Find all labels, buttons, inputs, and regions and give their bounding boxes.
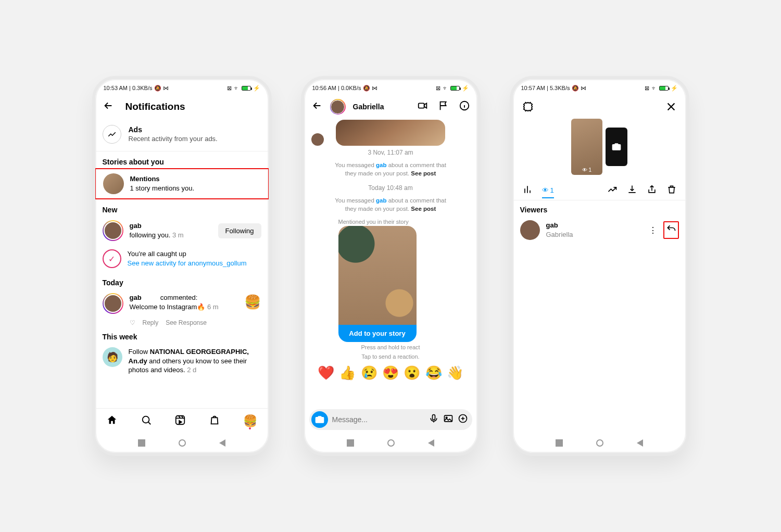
charging-icon: ⚡ xyxy=(253,85,260,92)
status-right: ⊠ ᯤ ⚡ xyxy=(436,85,469,92)
comment-row[interactable]: gab commented: Welcome to Instagram🔥 6 m… xyxy=(95,289,269,318)
avatar[interactable] xyxy=(330,99,346,115)
ads-row[interactable]: Ads Recent activity from your ads. xyxy=(95,120,269,151)
section-stories: Stories about you xyxy=(95,151,269,168)
press-hold-hint: Press and hold to react xyxy=(311,344,470,350)
following-button[interactable]: Following xyxy=(218,223,261,238)
section-today: Today xyxy=(95,272,269,289)
system-nav xyxy=(95,433,269,453)
reaction-emoji[interactable]: 😢 xyxy=(361,365,377,381)
home-icon[interactable] xyxy=(106,414,118,428)
back-button[interactable] xyxy=(637,439,643,447)
suggestion-row[interactable]: 🧑 Follow NATIONAL GEORGEGRAPHIC, An.dy a… xyxy=(95,343,269,379)
chat-header: Gabriella xyxy=(304,94,477,120)
seeresponse-action[interactable]: See Response xyxy=(166,319,207,326)
avatar xyxy=(311,133,324,146)
search-icon[interactable] xyxy=(141,414,152,428)
close-button[interactable] xyxy=(665,101,677,115)
tap-send-hint: Tap to send a reaction. xyxy=(311,353,470,360)
avatar: 🧑 xyxy=(103,347,122,367)
delete-icon[interactable] xyxy=(666,184,677,197)
comment-action: commented: xyxy=(160,294,198,301)
mentions-row[interactable]: Mentions 1 story mentions you. xyxy=(95,168,269,199)
svg-rect-4 xyxy=(432,415,435,420)
viewers-tab[interactable]: 👁 1 xyxy=(542,186,554,198)
story-thumb xyxy=(103,173,124,194)
home-button[interactable] xyxy=(387,439,395,447)
shop-icon[interactable] xyxy=(209,414,220,428)
reaction-emoji[interactable]: 😮 xyxy=(404,365,420,381)
info-icon[interactable] xyxy=(459,100,470,113)
avatar[interactable] xyxy=(103,293,123,314)
charging-icon: ⚡ xyxy=(671,85,678,92)
status-bar: 10:56 AM | 0.0KB/s 🔕 ⋈ ⊠ ᯤ ⚡ xyxy=(304,79,477,94)
download-icon[interactable] xyxy=(627,184,637,197)
home-button[interactable] xyxy=(596,439,603,447)
status-right: ⊠ ᯤ ⚡ xyxy=(645,85,678,92)
add-icon[interactable] xyxy=(458,413,468,426)
image-message[interactable] xyxy=(336,120,445,146)
app-header: Notifications xyxy=(95,94,269,120)
back-button[interactable] xyxy=(428,439,434,447)
status-right: ⊠ ᯤ ⚡ xyxy=(227,85,260,92)
viewer-username: gab xyxy=(546,221,558,229)
settings-icon[interactable] xyxy=(522,101,534,115)
stop-icon: ⊠ xyxy=(227,85,232,92)
camera-button[interactable] xyxy=(311,411,328,428)
add-to-story-button[interactable]: Add to your story xyxy=(338,325,417,342)
timestamp: Today 10:48 am xyxy=(311,184,470,192)
reaction-emoji[interactable]: 👋 xyxy=(447,365,463,381)
recents-button[interactable] xyxy=(347,439,354,447)
reels-icon[interactable] xyxy=(174,414,186,428)
tab-bar: 🍔 xyxy=(95,408,269,433)
back-button[interactable] xyxy=(311,100,323,113)
caughtup-text: You're all caught up xyxy=(128,250,186,258)
story-thumb-camera[interactable] xyxy=(606,128,627,166)
mic-icon[interactable] xyxy=(429,413,439,426)
ads-title: Ads xyxy=(129,125,218,134)
follow-row[interactable]: gab following you. 3 m Following xyxy=(95,216,269,245)
caughtup-row[interactable]: ✓ You're all caught up See new activity … xyxy=(95,245,269,272)
story-mention[interactable]: Add to your story xyxy=(338,226,417,342)
status-left: 10:57 AM | 5.3KB/s 🔕 ⋈ xyxy=(521,85,586,92)
recents-button[interactable] xyxy=(556,439,563,447)
story-thumb-selected[interactable] xyxy=(571,119,602,175)
story-thumbs xyxy=(513,118,686,180)
message-input[interactable] xyxy=(332,415,424,424)
reaction-emoji[interactable]: ❤️ xyxy=(318,365,334,381)
week-time: 2 d xyxy=(187,366,196,374)
heart-icon[interactable]: ♡ xyxy=(130,319,135,326)
more-icon[interactable]: ⋮ xyxy=(649,225,657,235)
profile-icon[interactable]: 🍔 xyxy=(243,414,257,428)
comment-user: gab xyxy=(130,294,142,301)
reply-action[interactable]: Reply xyxy=(143,319,159,326)
avatar[interactable] xyxy=(520,220,540,240)
follow-text: following you. xyxy=(130,231,171,239)
back-button[interactable] xyxy=(219,439,225,447)
flag-icon[interactable] xyxy=(438,100,449,113)
caughtup-link[interactable]: See new activity for anonymous_gollum xyxy=(128,259,247,267)
reshare-button[interactable] xyxy=(663,221,679,239)
mention-caption: Mentioned you in their story xyxy=(338,219,470,225)
viewer-row[interactable]: gab Gabriella ⋮ xyxy=(513,216,686,244)
chat-name[interactable]: Gabriella xyxy=(353,103,384,111)
phone-notifications: 10:53 AM | 0.3KB/s 🔕 ⋈ ⊠ ᯤ ⚡ Notificatio… xyxy=(92,76,272,456)
reaction-emoji[interactable]: 👍 xyxy=(339,365,356,381)
promote-icon[interactable] xyxy=(607,184,618,197)
thread: 3 Nov, 11:07 am You messaged gab about a… xyxy=(304,120,477,407)
back-button[interactable] xyxy=(103,100,114,113)
recents-button[interactable] xyxy=(138,439,145,447)
reaction-emoji[interactable]: 😂 xyxy=(425,365,442,381)
insights-tab[interactable] xyxy=(522,184,533,197)
videocall-icon[interactable] xyxy=(417,100,429,113)
gallery-icon[interactable] xyxy=(443,413,454,426)
reaction-emoji[interactable]: 😍 xyxy=(382,365,399,381)
svg-point-0 xyxy=(143,416,149,423)
share-icon[interactable] xyxy=(647,184,657,197)
home-button[interactable] xyxy=(179,439,186,447)
wifi-icon: ᯤ xyxy=(651,85,657,91)
avatar[interactable] xyxy=(103,220,123,241)
status-left: 10:53 AM | 0.3KB/s 🔕 ⋈ xyxy=(104,85,169,92)
phone-viewers: 10:57 AM | 5.3KB/s 🔕 ⋈ ⊠ ᯤ ⚡ 👁 1 xyxy=(510,76,689,456)
viewer-fullname: Gabriella xyxy=(546,231,573,238)
